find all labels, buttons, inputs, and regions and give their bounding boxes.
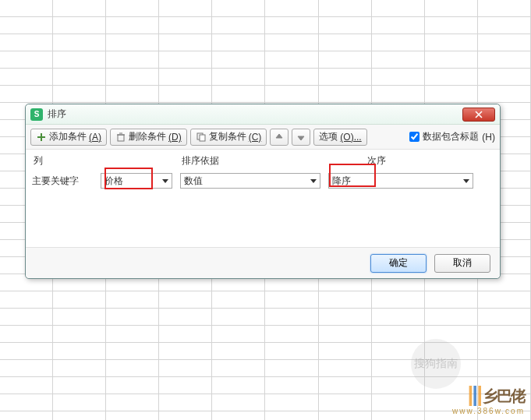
ok-button[interactable]: 确定	[370, 254, 427, 273]
column-headers: 列 排序依据 次序	[32, 154, 494, 171]
plus-icon	[36, 132, 47, 143]
column-dropdown-value: 价格	[104, 175, 162, 188]
svg-rect-0	[118, 135, 124, 141]
dialog-footer: 确定 取消	[26, 247, 500, 278]
basis-dropdown-value: 数值	[184, 175, 310, 188]
chevron-down-icon	[463, 179, 469, 183]
watermark: |||乡巴佬 www.386w.com	[452, 382, 525, 415]
move-up-button[interactable]	[270, 129, 289, 146]
header-sortby: 排序依据	[182, 154, 330, 168]
sort-body: 列 排序依据 次序 主要关键字 价格 数值 降序	[26, 150, 500, 247]
dialog-title: 排序	[48, 108, 66, 121]
chevron-down-icon	[162, 179, 168, 183]
sort-dialog: S 排序 添加条件(A) 删除条件(D) 复制条件(C) 选项(O)...	[25, 104, 501, 279]
titlebar[interactable]: S 排序	[26, 104, 500, 125]
has-header-checkbox[interactable]	[409, 132, 419, 142]
primary-key-label: 主要关键字	[32, 175, 101, 188]
options-button[interactable]: 选项(O)...	[313, 129, 366, 146]
delete-condition-button[interactable]: 删除条件(D)	[110, 129, 187, 146]
order-dropdown-value: 降序	[332, 175, 463, 188]
add-condition-label: 添加条件	[49, 130, 87, 143]
copy-condition-button[interactable]: 复制条件(C)	[190, 129, 267, 146]
basis-dropdown[interactable]: 数值	[180, 173, 320, 189]
chevron-down-icon	[310, 179, 317, 183]
watermark-logo: |||乡巴佬	[452, 382, 525, 407]
copy-icon	[196, 132, 207, 143]
move-down-button[interactable]	[292, 129, 310, 146]
trash-icon	[115, 132, 126, 143]
sort-row: 主要关键字 价格 数值 降序	[32, 171, 494, 191]
order-dropdown[interactable]: 降序	[328, 173, 473, 189]
has-header-checkbox-wrap[interactable]: 数据包含标题(H)	[409, 130, 495, 143]
close-button[interactable]	[462, 108, 495, 122]
app-icon: S	[30, 108, 43, 121]
column-dropdown[interactable]: 价格	[101, 173, 172, 189]
delete-condition-label: 删除条件	[129, 130, 166, 143]
close-icon	[475, 111, 483, 118]
watermark-url: www.386w.com	[452, 407, 525, 415]
options-label: 选项	[319, 130, 338, 143]
header-order: 次序	[367, 154, 461, 168]
copy-condition-label: 复制条件	[209, 130, 246, 143]
has-header-label: 数据包含标题	[423, 130, 479, 143]
header-column: 列	[34, 154, 104, 168]
toolbar: 添加条件(A) 删除条件(D) 复制条件(C) 选项(O)... 数据包含标题(…	[26, 125, 500, 150]
arrow-down-icon	[297, 133, 305, 141]
cancel-button[interactable]: 取消	[434, 254, 490, 273]
add-condition-button[interactable]: 添加条件(A)	[30, 129, 107, 146]
svg-rect-2	[200, 135, 205, 141]
arrow-up-icon	[275, 133, 283, 141]
